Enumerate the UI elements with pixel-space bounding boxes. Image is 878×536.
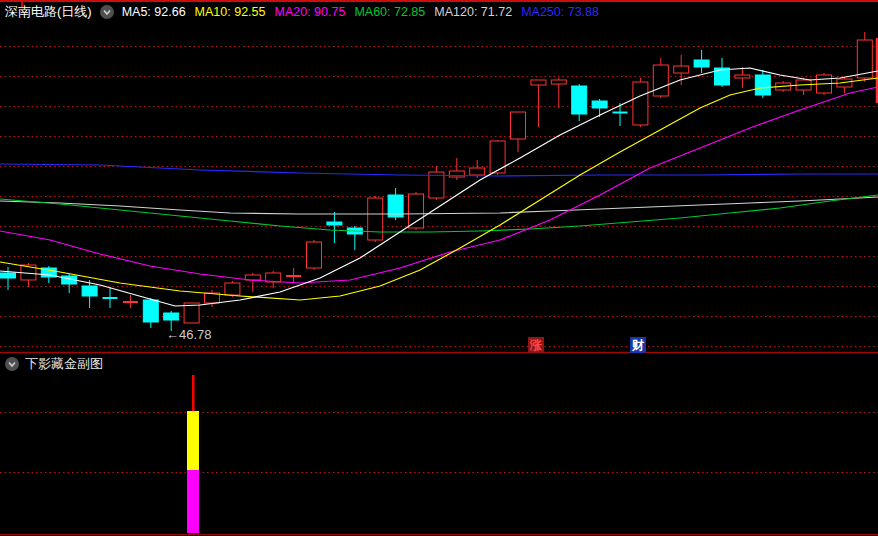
sub-collapse-chevron-icon[interactable] xyxy=(5,357,19,371)
ma-item-MA5: MA5: 92.66 xyxy=(122,5,186,19)
candle-26 xyxy=(531,80,546,127)
candle-16 xyxy=(327,212,342,243)
sub-upper-bar xyxy=(187,411,199,470)
candle-12 xyxy=(245,273,260,292)
candle-34 xyxy=(694,50,709,73)
candle-37 xyxy=(755,70,770,98)
ma-item-MA20: MA20: 90.75 xyxy=(275,5,346,19)
ma-item-MA120: MA120: 71.72 xyxy=(434,5,512,19)
candle-14 xyxy=(286,268,301,283)
candle-27 xyxy=(551,78,566,108)
candle-18 xyxy=(368,196,383,242)
candle-17 xyxy=(347,226,362,250)
event-marker-0[interactable]: 涨 xyxy=(528,337,544,353)
candle-0 xyxy=(1,267,16,290)
ma-item-MA60: MA60: 72.85 xyxy=(354,5,425,19)
event-marker-1[interactable]: 财 xyxy=(630,337,646,353)
instrument-title: 深南电路(日线) xyxy=(5,3,92,21)
app-root: 深南电路(日线) MA5: 92.66MA10: 92.55MA20: 90.7… xyxy=(0,0,878,536)
candle-7 xyxy=(143,298,158,328)
candle-31 xyxy=(633,78,648,127)
candle-21 xyxy=(429,166,444,200)
sub-signal-line xyxy=(192,375,195,411)
candle-35 xyxy=(715,58,730,87)
candle-30 xyxy=(613,103,628,126)
candle-22 xyxy=(449,158,464,180)
sub-chart-title: 下影藏金副图 xyxy=(25,355,103,373)
candle-6 xyxy=(123,295,138,308)
collapse-chevron-icon[interactable] xyxy=(100,5,114,19)
sub-indicator xyxy=(0,375,878,533)
candle-29 xyxy=(592,99,607,117)
candle-15 xyxy=(307,240,322,270)
sub-chart-header: 下影藏金副图 xyxy=(0,354,103,373)
candle-39 xyxy=(796,78,811,95)
candle-41 xyxy=(837,77,852,93)
chevron-down-icon xyxy=(5,357,19,371)
candle-13 xyxy=(266,271,281,288)
candle-36 xyxy=(735,67,750,88)
candle-32 xyxy=(653,58,668,98)
chevron-down-icon xyxy=(100,5,114,19)
ma-item-MA250: MA250: 73.88 xyxy=(521,5,599,19)
candle-19 xyxy=(388,188,403,220)
candle-28 xyxy=(572,84,587,121)
candle-3 xyxy=(62,274,77,293)
main-chart-header: 深南电路(日线) MA5: 92.66MA10: 92.55MA20: 90.7… xyxy=(0,0,599,24)
candle-33 xyxy=(674,55,689,85)
ma-values: MA5: 92.66MA10: 92.55MA20: 90.75MA60: 72… xyxy=(122,5,599,19)
sub-lower-bar xyxy=(187,470,199,533)
candle-25 xyxy=(511,112,526,152)
candle-5 xyxy=(103,287,118,308)
low-annotation: ←46.78 xyxy=(166,327,212,342)
chart-canvas[interactable] xyxy=(0,0,878,536)
ma-item-MA10: MA10: 92.55 xyxy=(195,5,266,19)
